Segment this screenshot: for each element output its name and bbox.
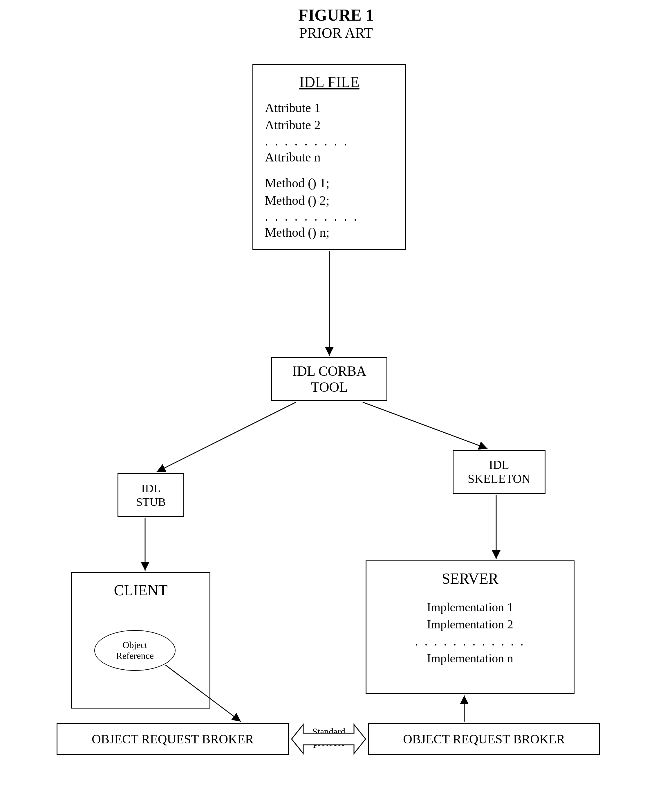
arrow-corba-to-stub [157,402,296,472]
arrow-corba-to-skeleton [363,402,488,449]
orb-right-box: OBJECT REQUEST BROKER [368,723,600,755]
attribute-2: Attribute 2 [265,116,394,133]
idl-corba-tool-box: IDL CORBA TOOL [271,357,387,401]
server-box: SERVER Implementation 1 Implementation 2… [366,560,574,694]
client-title: CLIENT [78,582,204,599]
method-2: Method () 2; [265,192,394,209]
skel-line2: SKELETON [468,472,530,486]
attribute-n: Attribute n [265,149,394,166]
attribute-1: Attribute 1 [265,99,394,116]
skel-line1: IDL [489,458,509,472]
stub-line2: STUB [136,495,166,509]
objref-line2: Reference [116,650,154,661]
attribute-dots: . . . . . . . . . [265,134,394,149]
idl-stub-box: IDL STUB [117,473,184,517]
idl-skeleton-box: IDL SKELETON [453,450,546,494]
proto-line2: protocol [306,737,352,748]
server-title: SERVER [372,570,568,587]
standard-protocol-label: Standard protocol [306,726,352,748]
corba-line1: IDL CORBA [292,363,366,379]
idl-file-box: IDL FILE Attribute 1 Attribute 2 . . . .… [253,64,406,250]
method-dots: . . . . . . . . . . [265,209,394,224]
corba-line2: TOOL [311,379,347,395]
impl-n: Implementation n [372,650,568,667]
impl-1: Implementation 1 [372,599,568,616]
method-1: Method () 1; [265,175,394,192]
impl-dots: . . . . . . . . . . . . [372,633,568,650]
idl-file-title: IDL FILE [265,74,394,91]
orb-left-box: OBJECT REQUEST BROKER [57,723,289,755]
figure-number: FIGURE 1 [6,6,666,24]
objref-line1: Object [122,640,147,650]
method-n: Method () n; [265,224,394,241]
impl-2: Implementation 2 [372,616,568,633]
proto-line1: Standard [306,726,352,737]
object-reference-ellipse: Object Reference [94,630,176,671]
stub-line1: IDL [141,481,161,495]
figure-subtitle: PRIOR ART [6,24,666,41]
